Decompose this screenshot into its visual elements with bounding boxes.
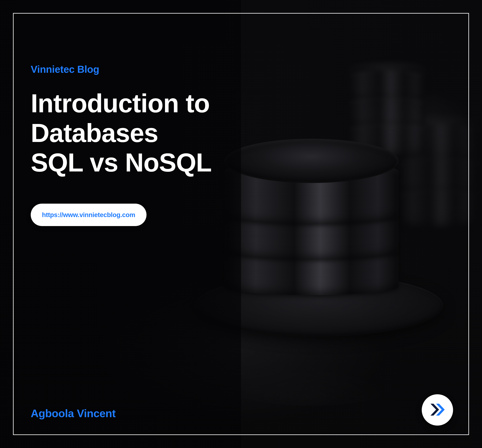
svg-marker-0	[430, 404, 439, 416]
blog-cover-card: Vinnietec Blog Introduction to Databases…	[0, 0, 482, 448]
brand-label: Vinnietec Blog	[31, 63, 451, 75]
content-area: Vinnietec Blog Introduction to Databases…	[31, 63, 451, 421]
next-button[interactable]	[422, 394, 453, 425]
author-name: Agboola Vincent	[31, 407, 116, 420]
post-title: Introduction to Databases SQL vs NoSQL	[31, 88, 451, 177]
blog-url-link[interactable]: https://www.vinnietecblog.com	[31, 204, 146, 226]
title-line-1: Introduction to	[31, 88, 451, 118]
double-chevron-right-icon	[429, 401, 446, 418]
title-line-3: SQL vs NoSQL	[31, 148, 451, 177]
title-line-2: Databases	[31, 118, 451, 148]
blog-url-text: https://www.vinnietecblog.com	[42, 211, 135, 219]
